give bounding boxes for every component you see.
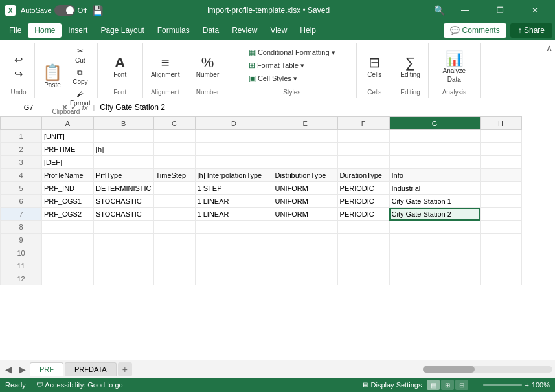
col-header-e[interactable]: E bbox=[273, 117, 337, 130]
cell-G2[interactable] bbox=[389, 143, 480, 156]
zoom-minus-button[interactable]: — bbox=[473, 381, 481, 389]
cell-D9[interactable] bbox=[195, 234, 273, 246]
share-button[interactable]: ↑ Share bbox=[510, 23, 552, 38]
col-header-c[interactable]: C bbox=[153, 117, 195, 130]
sheet-tab-prf[interactable]: PRF bbox=[30, 362, 63, 376]
row-header-10[interactable]: 10 bbox=[1, 246, 42, 259]
cell-B5[interactable]: DETERMINISTIC bbox=[94, 182, 154, 195]
cell-H10[interactable] bbox=[480, 246, 521, 259]
cell-G11[interactable] bbox=[389, 259, 480, 272]
menu-page-layout[interactable]: Page Layout bbox=[94, 23, 150, 38]
cell-F9[interactable] bbox=[337, 234, 389, 246]
format-table-button[interactable]: ⊞ Format Table ▾ bbox=[246, 60, 338, 71]
cell-G6[interactable]: City Gate Station 1 bbox=[389, 195, 480, 208]
cell-E3[interactable] bbox=[273, 156, 337, 169]
cell-B10[interactable] bbox=[94, 246, 154, 259]
cell-B6[interactable]: STOCHASTIC bbox=[94, 195, 154, 208]
cell-G3[interactable] bbox=[389, 156, 480, 169]
menu-file[interactable]: File bbox=[3, 23, 28, 38]
zoom-slider[interactable] bbox=[483, 384, 522, 386]
row-header-7[interactable]: 7 bbox=[1, 208, 42, 221]
cell-C1[interactable] bbox=[153, 130, 195, 143]
menu-review[interactable]: Review bbox=[225, 23, 264, 38]
font-button[interactable]: A Font bbox=[109, 53, 130, 81]
cell-C2[interactable] bbox=[153, 143, 195, 156]
cell-H3[interactable] bbox=[480, 156, 521, 169]
add-sheet-button[interactable]: + bbox=[118, 362, 132, 376]
cell-G5[interactable]: Industrial bbox=[389, 182, 480, 195]
cell-F3[interactable] bbox=[337, 156, 389, 169]
cell-D4[interactable]: [h] InterpolationType bbox=[195, 169, 273, 182]
search-icon[interactable]: 🔍 bbox=[434, 5, 445, 16]
cell-H12[interactable] bbox=[480, 272, 521, 285]
horizontal-scrollbar[interactable] bbox=[423, 366, 552, 373]
cell-F7[interactable]: PERIODIC bbox=[337, 208, 389, 221]
cell-G12[interactable] bbox=[389, 272, 480, 285]
sheet-nav-prev[interactable]: ◀ bbox=[3, 364, 15, 375]
cell-B8[interactable] bbox=[94, 221, 154, 234]
sheet-tab-prfdata[interactable]: PRFDATA bbox=[65, 362, 117, 376]
save-icon[interactable]: 💾 bbox=[92, 5, 103, 16]
cell-B3[interactable] bbox=[94, 156, 154, 169]
cell-E5[interactable]: UNIFORM bbox=[273, 182, 337, 195]
cell-F1[interactable] bbox=[337, 130, 389, 143]
cell-H1[interactable] bbox=[480, 130, 521, 143]
cells-button[interactable]: ⊟ Cells bbox=[363, 53, 385, 81]
maximize-button[interactable]: ❐ bbox=[485, 0, 515, 21]
formula-input[interactable] bbox=[97, 102, 552, 113]
cell-D12[interactable] bbox=[195, 272, 273, 285]
minimize-button[interactable]: — bbox=[450, 0, 480, 21]
alignment-button[interactable]: ≡ Alignment bbox=[147, 53, 183, 81]
cell-D11[interactable] bbox=[195, 259, 273, 272]
cell-A11[interactable] bbox=[42, 259, 94, 272]
menu-data[interactable]: Data bbox=[196, 23, 225, 38]
cell-E11[interactable] bbox=[273, 259, 337, 272]
cell-E2[interactable] bbox=[273, 143, 337, 156]
col-header-h[interactable]: H bbox=[480, 117, 521, 130]
paste-button[interactable]: 📋 Paste bbox=[39, 62, 66, 91]
grid-area[interactable]: A B C D E F G H 1[UNIT]2PRFTIME[h]3[DEF]… bbox=[0, 116, 555, 360]
zoom-plus-button[interactable]: + bbox=[525, 381, 528, 389]
cell-C10[interactable] bbox=[153, 246, 195, 259]
cell-G8[interactable] bbox=[389, 221, 480, 234]
menu-help[interactable]: Help bbox=[293, 23, 323, 38]
cell-F10[interactable] bbox=[337, 246, 389, 259]
display-settings-button[interactable]: 🖥 Display Settings bbox=[361, 381, 422, 389]
cell-G7[interactable]: City Gate Station 2 bbox=[389, 208, 480, 221]
cell-F4[interactable]: DurationType bbox=[337, 169, 389, 182]
cell-E7[interactable]: UNIFORM bbox=[273, 208, 337, 221]
cell-F11[interactable] bbox=[337, 259, 389, 272]
menu-home[interactable]: Home bbox=[28, 23, 62, 38]
row-header-1[interactable]: 1 bbox=[1, 130, 42, 143]
undo-button[interactable]: ↩ bbox=[9, 54, 28, 67]
cell-B4[interactable]: PrflType bbox=[94, 169, 154, 182]
cell-A8[interactable] bbox=[42, 221, 94, 234]
cell-C11[interactable] bbox=[153, 259, 195, 272]
cell-D3[interactable] bbox=[195, 156, 273, 169]
cell-D10[interactable] bbox=[195, 246, 273, 259]
cell-C3[interactable] bbox=[153, 156, 195, 169]
cut-button[interactable]: ✂Cut bbox=[67, 45, 93, 65]
row-header-5[interactable]: 5 bbox=[1, 182, 42, 195]
cell-A1[interactable]: [UNIT] bbox=[42, 130, 94, 143]
cell-H11[interactable] bbox=[480, 259, 521, 272]
cell-E8[interactable] bbox=[273, 221, 337, 234]
cell-G4[interactable]: Info bbox=[389, 169, 480, 182]
cell-B9[interactable] bbox=[94, 234, 154, 246]
redo-button[interactable]: ↪ bbox=[9, 68, 28, 81]
cell-F6[interactable]: PERIODIC bbox=[337, 195, 389, 208]
cell-A6[interactable]: PRF_CGS1 bbox=[42, 195, 94, 208]
cell-D6[interactable]: 1 LINEAR bbox=[195, 195, 273, 208]
row-header-12[interactable]: 12 bbox=[1, 272, 42, 285]
cell-H8[interactable] bbox=[480, 221, 521, 234]
row-header-6[interactable]: 6 bbox=[1, 195, 42, 208]
cell-H5[interactable] bbox=[480, 182, 521, 195]
conditional-formatting-button[interactable]: ▦ Conditional Formatting ▾ bbox=[246, 47, 338, 58]
cell-C7[interactable] bbox=[153, 208, 195, 221]
cell-A2[interactable]: PRFTIME bbox=[42, 143, 94, 156]
cell-E10[interactable] bbox=[273, 246, 337, 259]
cell-F12[interactable] bbox=[337, 272, 389, 285]
close-button[interactable]: ✕ bbox=[520, 0, 550, 21]
col-header-f[interactable]: F bbox=[337, 117, 389, 130]
cell-C12[interactable] bbox=[153, 272, 195, 285]
